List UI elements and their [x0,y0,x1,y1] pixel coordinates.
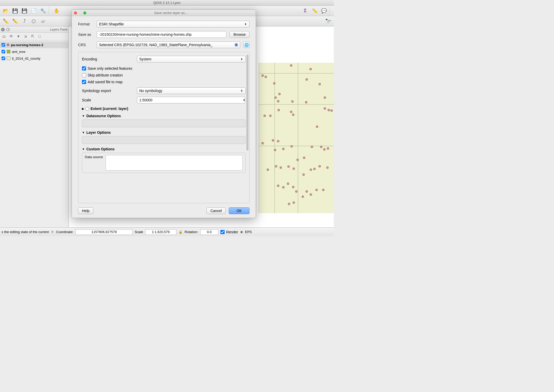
crs-combo[interactable]: Selected CRS (EPSG:102729, NAD_1983_Stat… [97,41,240,48]
node-icon[interactable]: ⬡ [30,17,38,25]
dialog-footer: Help Cancel OK [78,203,250,214]
zoom-window-icon[interactable] [83,11,86,15]
layer-options-disclosure[interactable]: ▼ Layer Options [82,130,246,135]
expand-icon[interactable]: ⇲ [24,34,29,39]
close-window-icon[interactable] [74,11,77,15]
add-to-map-checkbox-row[interactable]: Add saved file to map [82,79,246,85]
map-point [310,193,312,196]
scale-input[interactable] [145,229,176,235]
map-point [316,125,318,128]
layer-visibility-checkbox[interactable] [2,50,5,53]
panel-float-icon[interactable]: ◧ [6,28,10,31]
data-source-label: Data source [85,155,103,171]
cancel-button[interactable]: Cancel [206,207,226,214]
layer-row[interactable]: tl_2014_42_county [0,55,68,62]
crs-status-icon[interactable]: ⊕ [240,230,243,234]
coord-label: Coordinate: [56,230,73,234]
datasource-disclosure[interactable]: ▼ Datasource Options [82,114,246,118]
map-point [277,185,279,187]
spinbox-arrows-icon[interactable]: ▲▼ [243,99,246,101]
symbology-combo[interactable]: No symbology ▲▼ [137,87,246,94]
edit-multi-icon[interactable]: ✏️ [11,17,19,25]
map-point [320,146,322,148]
minimize-window-icon[interactable] [79,11,82,15]
map-point [330,109,333,112]
arc-icon[interactable]: ⤴ [20,17,29,25]
separator [49,7,51,15]
layer-name: aml_inve [12,50,25,54]
ok-button[interactable]: OK [229,207,250,214]
render-checkbox[interactable] [220,230,225,234]
data-source-textarea[interactable] [106,155,243,171]
map-point [322,189,324,191]
save-project-icon[interactable]: 💾 [20,7,29,15]
tools-icon[interactable]: 🔧 [39,7,47,15]
new-layer-icon[interactable]: 📄 [30,7,38,15]
panel-close-icon[interactable]: × [1,28,5,31]
map-point [261,142,264,144]
map-point [296,159,299,161]
extent-disclosure[interactable]: ▶ Extent (current: layer) [82,107,246,111]
measure-icon[interactable]: 📏 [310,7,319,15]
map-point [275,165,277,167]
save-selected-checkbox[interactable] [82,66,86,71]
rotation-input[interactable] [200,229,218,235]
help-button[interactable]: Help [78,207,93,214]
layer-row[interactable]: pa-nursing-homes-2 [0,41,68,48]
extent-checkbox[interactable] [86,107,89,110]
render-checkbox-label[interactable]: Render [220,229,238,235]
point-symbol-icon [7,44,9,46]
triangle-down-icon: ▼ [82,148,85,151]
map-point [267,169,269,171]
saveas-input[interactable]: -20150220/mine-nursing-homes/mine-nursin… [97,31,226,38]
format-combo[interactable]: ESRI Shapefile ▲▼ [97,21,250,27]
map-point [264,115,266,117]
layer-row[interactable]: aml_inve [0,48,68,55]
poly-icon[interactable]: ▱ [39,17,47,25]
sigma-icon[interactable]: Σ [301,7,309,15]
skip-attr-checkbox[interactable] [82,73,86,77]
filter-icon[interactable]: ▼ [17,34,21,39]
add-to-map-checkbox[interactable] [82,80,86,84]
map-point [282,186,285,188]
status-icon: ☉ [51,230,54,234]
coord-input[interactable] [75,229,133,235]
map-point [274,96,277,99]
map-region [259,63,334,213]
add-group-icon[interactable]: 🗂 [2,34,7,39]
map-point [315,189,318,191]
map-point [272,139,274,142]
custom-options-disclosure[interactable]: ▼ Custom Options [82,147,246,151]
select-crs-icon[interactable]: 🌐 [243,42,250,48]
map-point [324,107,326,110]
layer-visibility-checkbox[interactable] [2,43,5,47]
binoculars-icon[interactable]: 🔭 [324,17,332,25]
open-folder-icon[interactable]: 📂 [2,7,10,15]
encoding-combo[interactable]: System ▲▼ [137,56,246,62]
map-point [310,169,312,171]
browse-button[interactable]: Browse [230,31,250,38]
scale-input[interactable]: 1:50000 [137,97,245,103]
map-point [273,82,275,85]
collapse-icon[interactable]: ⇱ [31,34,36,39]
symbology-label: Symbology export [82,89,134,93]
pan-icon[interactable]: ✋ [52,7,61,15]
save-selected-checkbox-row[interactable]: Save only selected features [82,65,246,72]
map-point [323,148,326,151]
pencil-icon[interactable]: ✏️ [2,17,10,25]
scale-label: Scale [135,230,143,234]
map-point [302,195,304,198]
polygon-symbol-icon [7,57,10,60]
save-icon[interactable]: 💾 [11,7,19,15]
remove-icon[interactable]: □ [38,34,43,39]
panel-title: Layers Pane [11,28,67,31]
scrollbar[interactable] [246,55,248,151]
map-point [278,109,280,111]
comment-icon[interactable]: 💬 [320,7,328,15]
scale-lock-icon[interactable]: 🔒 [178,230,183,234]
skip-attr-checkbox-row[interactable]: Skip attribute creation [82,72,246,79]
visibility-icon[interactable]: 👁 [9,34,14,39]
map-point [306,78,308,81]
layer-visibility-checkbox[interactable] [2,57,5,60]
map-point [290,145,293,148]
